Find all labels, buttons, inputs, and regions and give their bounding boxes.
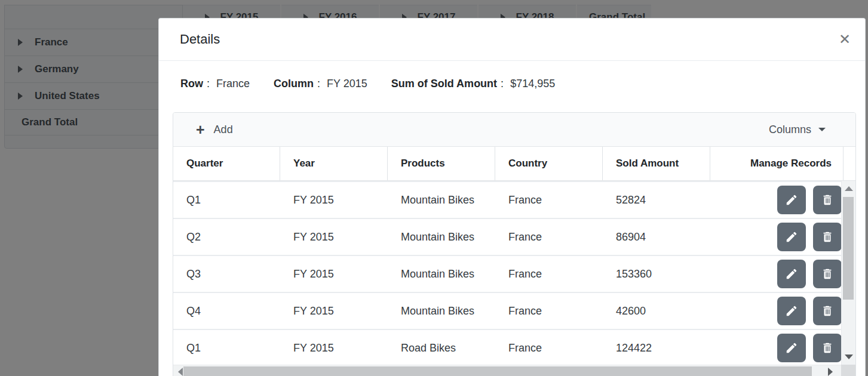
- vertical-scrollbar-thumb[interactable]: [843, 197, 854, 300]
- pencil-icon: [785, 304, 798, 318]
- cell-country: France: [495, 231, 603, 244]
- cell-products: Road Bikes: [388, 342, 495, 355]
- trash-icon: [821, 341, 834, 355]
- pencil-icon: [785, 230, 798, 244]
- cell-products: Mountain Bikes: [388, 194, 495, 207]
- cell-manage-records: [710, 223, 855, 251]
- grid-toolbar: + Add Columns: [173, 113, 855, 147]
- cell-year: FY 2015: [280, 342, 388, 355]
- dialog-title: Details: [180, 32, 220, 47]
- cell-products: Mountain Bikes: [388, 305, 495, 318]
- summary-measure-item: Sum of Sold Amount:$714,955: [391, 78, 555, 90]
- cell-quarter: Q2: [173, 231, 280, 244]
- cell-quarter: Q3: [173, 268, 280, 281]
- column-header-products[interactable]: Products: [388, 147, 495, 180]
- pencil-icon: [785, 267, 798, 281]
- trash-icon: [821, 267, 834, 281]
- cell-products: Mountain Bikes: [388, 268, 495, 281]
- summary-column-item: Column:FY 2015: [274, 78, 367, 90]
- row-label: Row: [180, 78, 203, 90]
- table-row: Q1 FY 2015 Mountain Bikes France 52824: [173, 181, 855, 218]
- cell-country: France: [495, 342, 603, 355]
- row-value: France: [216, 78, 250, 90]
- delete-record-button[interactable]: [813, 223, 842, 251]
- trash-icon: [821, 193, 834, 207]
- column-header-year[interactable]: Year: [280, 147, 388, 180]
- plus-icon: +: [196, 122, 205, 137]
- horizontal-scrollbar[interactable]: [173, 365, 841, 376]
- pencil-icon: [785, 193, 798, 207]
- scrollbar-corner: [841, 365, 855, 376]
- column-header-country[interactable]: Country: [495, 147, 603, 180]
- measure-value: $714,955: [510, 78, 555, 90]
- edit-record-button[interactable]: [777, 186, 806, 214]
- horizontal-scrollbar-thumb[interactable]: [183, 366, 812, 376]
- table-row: Q4 FY 2015 Mountain Bikes France 42600: [173, 292, 855, 329]
- cell-year: FY 2015: [280, 268, 388, 281]
- table-row: Q3 FY 2015 Mountain Bikes France 153360: [173, 255, 855, 292]
- pencil-icon: [785, 341, 798, 355]
- edit-record-button[interactable]: [777, 334, 806, 362]
- trash-icon: [821, 304, 834, 318]
- delete-record-button[interactable]: [813, 297, 842, 325]
- summary-row-item: Row:France: [180, 78, 250, 90]
- grid-body: Q1 FY 2015 Mountain Bikes France 52824: [173, 181, 855, 366]
- delete-record-button[interactable]: [813, 260, 842, 288]
- cell-sold-amount: 153360: [603, 268, 710, 281]
- add-label: Add: [214, 124, 233, 136]
- cell-country: France: [495, 194, 603, 207]
- cell-quarter: Q1: [173, 194, 280, 207]
- cell-manage-records: [710, 260, 855, 288]
- delete-record-button[interactable]: [813, 186, 842, 214]
- column-header-manage-records: Manage Records: [710, 147, 844, 180]
- records-grid: + Add Columns Quarter Year Products Coun…: [173, 112, 856, 376]
- header-filler: [844, 147, 855, 180]
- cell-manage-records: [710, 334, 855, 362]
- measure-label: Sum of Sold Amount: [391, 78, 497, 90]
- cell-quarter: Q4: [173, 305, 280, 318]
- vertical-scrollbar[interactable]: [841, 181, 855, 365]
- details-dialog: Details ✕ Row:France Column:FY 2015 Sum …: [158, 18, 866, 376]
- columns-dropdown[interactable]: Columns: [769, 124, 826, 136]
- table-row: Q1 FY 2015 Road Bikes France 124422: [173, 329, 855, 366]
- dialog-header: Details ✕: [159, 19, 865, 61]
- column-value: FY 2015: [327, 78, 367, 90]
- edit-record-button[interactable]: [777, 297, 806, 325]
- edit-record-button[interactable]: [777, 223, 806, 251]
- scroll-down-icon[interactable]: [845, 355, 853, 359]
- add-record-button[interactable]: + Add: [196, 122, 233, 137]
- column-label: Column: [274, 78, 314, 90]
- delete-record-button[interactable]: [813, 334, 842, 362]
- chevron-down-icon: [818, 128, 826, 131]
- cell-manage-records: [710, 297, 855, 325]
- scroll-right-icon[interactable]: [828, 368, 833, 376]
- cell-year: FY 2015: [280, 194, 388, 207]
- column-header-sold-amount[interactable]: Sold Amount: [603, 147, 710, 180]
- table-row: Q2 FY 2015 Mountain Bikes France 86904: [173, 218, 855, 255]
- cell-quarter: Q1: [173, 342, 280, 355]
- grid-header-row: Quarter Year Products Country Sold Amoun…: [173, 147, 855, 181]
- close-icon[interactable]: ✕: [839, 32, 851, 47]
- scroll-up-icon[interactable]: [845, 186, 853, 191]
- cell-sold-amount: 124422: [603, 342, 710, 355]
- column-header-quarter[interactable]: Quarter: [173, 147, 280, 180]
- edit-record-button[interactable]: [777, 260, 806, 288]
- cell-year: FY 2015: [280, 305, 388, 318]
- cell-sold-amount: 42600: [603, 305, 710, 318]
- cell-year: FY 2015: [280, 231, 388, 244]
- cell-sold-amount: 52824: [603, 194, 710, 207]
- drillthrough-summary: Row:France Column:FY 2015 Sum of Sold Am…: [159, 61, 865, 90]
- scroll-left-icon[interactable]: [178, 368, 183, 376]
- cell-sold-amount: 86904: [603, 231, 710, 244]
- cell-manage-records: [710, 186, 855, 214]
- cell-country: France: [495, 268, 603, 281]
- cell-country: France: [495, 305, 603, 318]
- columns-label: Columns: [769, 124, 811, 136]
- cell-products: Mountain Bikes: [388, 231, 495, 244]
- trash-icon: [821, 230, 834, 244]
